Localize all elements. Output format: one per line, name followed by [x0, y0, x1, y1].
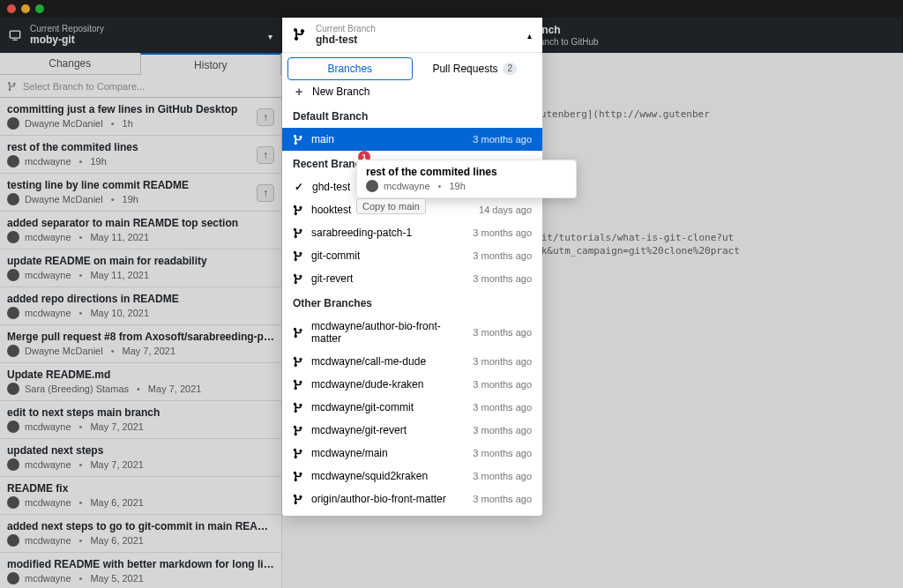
push-indicator[interactable]: ↑ — [257, 146, 274, 164]
commit-title: edit to next steps main branch — [7, 406, 274, 419]
commit-meta: mcdwayneMay 11, 2021 — [7, 269, 274, 281]
commit-title: added repo directions in README — [7, 293, 274, 305]
branch-item[interactable]: mcdwayne/call-me-dude3 months ago — [282, 350, 542, 373]
avatar — [7, 269, 19, 281]
default-branch-heading: Default Branch — [282, 103, 542, 128]
branch-item[interactable]: origin/author-bio-front-matter3 months a… — [282, 488, 542, 510]
avatar — [7, 572, 19, 584]
avatar — [7, 155, 19, 167]
repo-label: Current Repository — [30, 24, 104, 33]
check-icon: ✓ — [293, 181, 305, 193]
close-window-button[interactable] — [7, 4, 16, 13]
commit-item[interactable]: modified README with better markdown for… — [0, 553, 281, 588]
commit-meta: Dwayne McDaniel1h — [7, 117, 274, 130]
avatar — [7, 193, 19, 205]
tab-branches[interactable]: Branches — [287, 57, 413, 80]
avatar — [7, 383, 19, 395]
commit-preview-card: rest of the commited lines mcdwayne 19h — [356, 160, 577, 198]
new-branch-button[interactable]: +New Branch — [282, 80, 542, 103]
avatar — [7, 117, 19, 130]
commit-list[interactable]: committing just a few lines in GitHub De… — [0, 98, 281, 588]
commit-meta: Dwayne McDaniel19h — [7, 193, 274, 205]
branch-item-main[interactable]: main 3 months ago — [282, 128, 542, 151]
branch-item[interactable]: mcdwayne/dude-kraken3 months ago — [282, 373, 542, 396]
commit-meta: mcdwayneMay 10, 2021 — [7, 307, 274, 319]
commit-title: Merge pull request #8 from Axosoft/sarab… — [7, 331, 274, 343]
tab-changes[interactable]: Changes — [0, 53, 140, 75]
avatar — [7, 421, 19, 433]
preview-commit-title: rest of the commited lines — [366, 166, 567, 178]
computer-icon — [9, 29, 21, 41]
branch-item[interactable]: mcdwayne/git-commit3 months ago — [282, 396, 542, 419]
commit-meta: mcdwayneMay 6, 2021 — [7, 534, 274, 547]
titlebar — [0, 0, 903, 18]
chevron-down-icon: ▾ — [268, 32, 272, 41]
branch-icon — [293, 379, 304, 391]
commit-item[interactable]: committing just a few lines in GitHub De… — [0, 98, 281, 136]
commit-title: committing just a few lines in GitHub De… — [7, 103, 274, 115]
commit-title: testing line by line commit README — [7, 179, 274, 191]
commit-meta: mcdwayneMay 7, 2021 — [7, 421, 274, 433]
commit-meta: mcdwayneMay 6, 2021 — [7, 496, 274, 509]
commit-title: Update README.md — [7, 368, 274, 381]
branch-icon — [293, 134, 304, 145]
copy-to-main-tooltip: Copy to main — [356, 198, 426, 214]
commit-meta: mcdwayneMay 5, 2021 — [7, 572, 274, 584]
compare-placeholder: Select Branch to Compare... — [23, 81, 145, 92]
branch-icon — [293, 356, 304, 368]
branch-icon — [293, 205, 304, 216]
branch-icon — [7, 81, 18, 92]
tab-pull-requests[interactable]: Pull Requests 2 — [413, 57, 538, 80]
commit-meta: mcdwayneMay 7, 2021 — [7, 458, 274, 471]
commit-item[interactable]: testing line by line commit README Dwayn… — [0, 174, 281, 212]
branch-item[interactable]: git-commit3 months ago — [282, 244, 542, 267]
tab-history[interactable]: History — [140, 53, 282, 75]
avatar — [366, 180, 378, 192]
branch-icon — [293, 250, 304, 262]
branch-item[interactable]: git-revert3 months ago — [282, 267, 542, 290]
commit-title: README fix — [7, 482, 274, 495]
avatar — [7, 231, 19, 243]
commit-item[interactable]: added repo directions in README mcdwayne… — [0, 287, 281, 325]
branch-icon — [293, 227, 304, 239]
commit-item[interactable]: edit to next steps main branch mcdwayneM… — [0, 401, 281, 439]
minimize-window-button[interactable] — [21, 4, 30, 13]
compare-branch-selector[interactable]: Select Branch to Compare... — [0, 75, 281, 98]
branch-icon — [293, 448, 304, 459]
repo-selector[interactable]: Current Repository moby-git ▾ — [0, 18, 282, 53]
commit-title: rest of the commited lines — [7, 141, 274, 153]
commit-item[interactable]: README fix mcdwayneMay 6, 2021 — [0, 477, 281, 515]
commit-item[interactable]: Merge pull request #8 from Axosoft/sarab… — [0, 325, 281, 363]
commit-meta: Sara (Breeding) StamasMay 7, 2021 — [7, 383, 274, 395]
branch-icon — [293, 402, 304, 413]
branch-item[interactable]: mcdwayne/git-revert3 months ago — [282, 419, 542, 442]
branch-label: Current Branch — [316, 24, 376, 33]
branch-item[interactable]: sarabreeding-patch-13 months ago — [282, 221, 542, 244]
commit-item[interactable]: added next steps to go to git-commit in … — [0, 515, 281, 553]
commit-meta: Dwayne McDanielMay 7, 2021 — [7, 345, 274, 357]
left-column: Changes History Select Branch to Compare… — [0, 53, 282, 588]
commit-item[interactable]: rest of the commited lines mcdwayne19h ↑ — [0, 136, 281, 174]
avatar — [7, 458, 19, 471]
chevron-up-icon[interactable]: ▴ — [527, 31, 532, 41]
branch-item[interactable]: mcdwayne/squid2kraken3 months ago — [282, 465, 542, 488]
maximize-window-button[interactable] — [35, 4, 44, 13]
branch-item[interactable]: mcdwayne/main3 months ago — [282, 442, 542, 465]
push-indicator[interactable]: ↑ — [257, 184, 274, 202]
plus-icon: + — [293, 86, 305, 98]
repo-name: moby-git — [30, 33, 104, 46]
avatar — [7, 496, 19, 509]
commit-title: added separator to main REAMDE top secti… — [7, 217, 274, 229]
commit-title: modified README with better markdown for… — [7, 558, 274, 570]
commit-item[interactable]: added separator to main REAMDE top secti… — [0, 212, 281, 249]
commit-item[interactable]: update README on main for readability mc… — [0, 249, 281, 287]
commit-item[interactable]: Update README.md Sara (Breeding) StamasM… — [0, 363, 281, 401]
branch-item[interactable]: mcdwayne/author-bio-front-matter3 months… — [282, 315, 542, 350]
branch-icon — [293, 425, 304, 436]
commit-title: update README on main for readability — [7, 255, 274, 267]
commit-title: updated next steps — [7, 444, 274, 457]
push-indicator[interactable]: ↑ — [257, 108, 274, 126]
commit-item[interactable]: updated next steps mcdwayneMay 7, 2021 — [0, 439, 281, 477]
avatar — [7, 345, 19, 357]
branch-name: ghd-test — [316, 33, 376, 46]
